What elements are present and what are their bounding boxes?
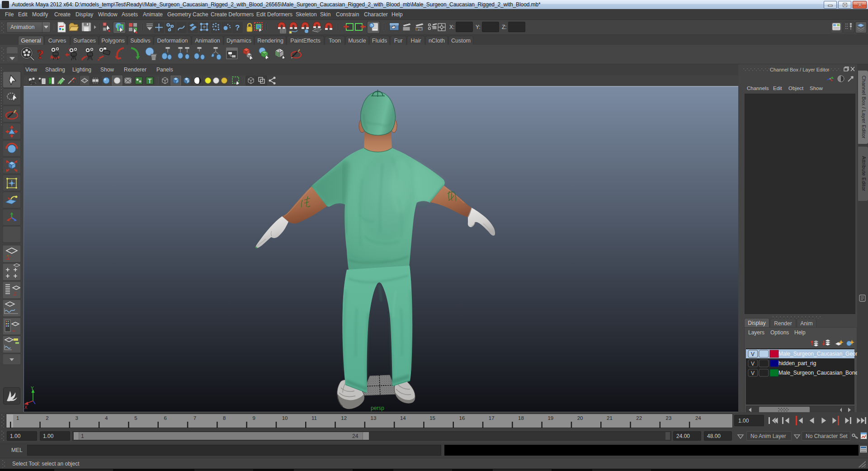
svg-text:2: 2 [46,415,48,421]
svg-text:7: 7 [193,415,196,421]
svg-text:14: 14 [400,415,406,421]
svg-text:11: 11 [311,415,317,421]
svg-text:12: 12 [341,415,347,421]
svg-text:X: X [24,405,28,410]
svg-text:15: 15 [429,415,435,421]
svg-text:23: 23 [666,415,672,421]
svg-text:V: V [751,370,755,376]
svg-text:19: 19 [547,415,553,421]
svg-text:4: 4 [105,415,108,421]
svg-text:?: ? [235,24,240,32]
svg-text:20: 20 [577,415,583,421]
svg-text:21: 21 [607,415,613,421]
svg-text:16: 16 [459,415,465,421]
svg-text:18: 18 [518,415,524,421]
svg-text:Y: Y [31,386,34,391]
svg-text:1: 1 [16,415,19,421]
svg-text:9: 9 [252,415,255,421]
svg-text:22: 22 [636,415,642,421]
svg-text:IPR: IPR [416,27,422,31]
svg-text:10: 10 [282,415,288,421]
svg-text:17: 17 [489,415,495,421]
svg-text:5: 5 [134,415,137,421]
svg-text:13: 13 [371,415,377,421]
svg-text:6: 6 [164,415,167,421]
svg-text:persp: persp [371,405,384,411]
svg-text:V: V [751,351,755,357]
svg-text:3: 3 [75,415,78,421]
svg-text:24: 24 [695,415,701,421]
svg-text:8: 8 [223,415,226,421]
svg-text:V: V [751,361,755,367]
svg-text:?: ? [37,47,44,62]
svg-text:T: T [148,77,152,85]
